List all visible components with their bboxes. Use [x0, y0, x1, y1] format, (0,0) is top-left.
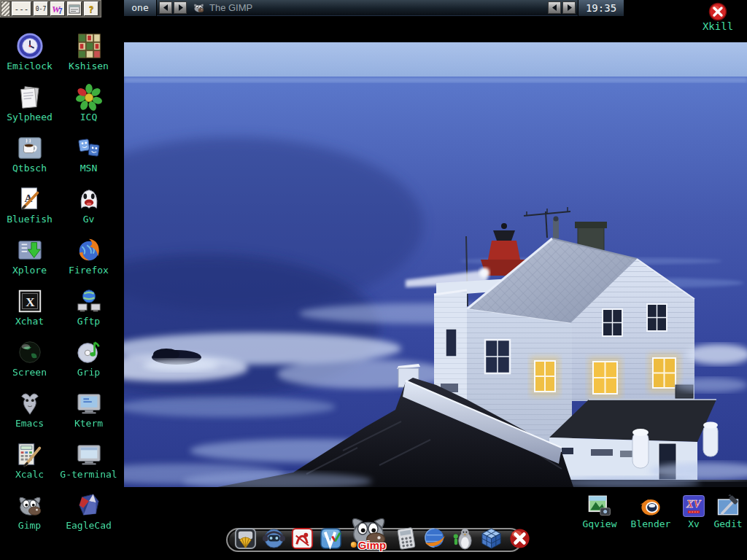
ime-pad-button[interactable]: [67, 1, 82, 16]
dock-item-shell[interactable]: [233, 526, 258, 551]
arrow-left-icon: [163, 4, 169, 11]
desktop-icon-gqview[interactable]: Gqview: [578, 493, 622, 529]
desktop-icon-msn[interactable]: MSN: [59, 134, 118, 185]
workspace-prev-button[interactable]: [159, 1, 172, 14]
svg-text:7: 7: [58, 7, 63, 15]
desktop-icon-label: ICQ: [80, 112, 97, 122]
arrow-left-icon: [551, 4, 558, 11]
desktop-icon-label: Grip: [77, 368, 100, 378]
dock-item-cube[interactable]: [479, 526, 503, 551]
desktop-icon-label: Emacs: [15, 419, 44, 429]
desktop-icon-blender[interactable]: Blender: [626, 493, 676, 529]
dock-item-pdf-reader[interactable]: [290, 526, 314, 551]
desktop-icon-label: Xv: [688, 519, 700, 529]
emiclock-icon: [16, 32, 44, 60]
desktop-icon-label: Screen: [12, 368, 47, 378]
desktop-icon-label: Xcalc: [15, 470, 44, 480]
dock-item-v-checker[interactable]: [319, 526, 343, 551]
task-prev-button[interactable]: [548, 1, 561, 14]
gimp-icon: [193, 1, 205, 14]
xcalc-icon: [16, 440, 44, 468]
qtbsch-icon: [16, 134, 44, 162]
dock-item-web-browser[interactable]: [422, 526, 446, 551]
blender-icon: [638, 493, 664, 519]
desktop-icon-emiclock[interactable]: Emiclock: [0, 32, 59, 83]
screen-icon: [16, 338, 44, 366]
ime-toolbar: ---0-7W7?: [0, 0, 101, 18]
task-next-button[interactable]: [562, 1, 576, 14]
desktop-icon-gv[interactable]: Gv: [59, 185, 118, 236]
desktop-icon-icq[interactable]: ICQ: [59, 83, 118, 134]
desktop-icon-label: Firefox: [69, 265, 109, 276]
svg-text:X: X: [26, 295, 35, 309]
desktop-icon-sylpheed[interactable]: Sylpheed: [0, 83, 59, 134]
emacs-icon: [16, 389, 44, 417]
svg-text:XV: XV: [686, 498, 702, 510]
desktop-icon-gedit[interactable]: Gedit: [709, 493, 747, 529]
taskbar-window-title: The GIMP: [209, 2, 252, 13]
desktop-icon-label: Kterm: [74, 419, 103, 429]
desktop-icon-label: EagleCad: [66, 521, 112, 531]
desktop-icon-label: MSN: [80, 163, 97, 174]
xv-icon: XV: [681, 493, 707, 519]
desktop-icon-xchat[interactable]: XXchat: [0, 287, 59, 338]
xchat-icon: X: [16, 287, 44, 315]
desktop-icon-g-terminal[interactable]: G-terminal: [59, 440, 118, 491]
gedit-icon: [715, 493, 741, 519]
desktop-icon-bluefish[interactable]: ABluefish: [0, 185, 59, 236]
dock-item-music-player[interactable]: [262, 526, 286, 551]
dock-item-quit[interactable]: [508, 526, 532, 551]
xkill-shortcut[interactable]: Xkill: [694, 2, 741, 31]
dock-item-gimp[interactable]: Gimp: [347, 510, 390, 552]
desktop-icon-eaglecad[interactable]: EagleCad: [59, 491, 118, 542]
xkill-label: Xkill: [703, 21, 733, 31]
ime-mode-button[interactable]: ---: [12, 1, 31, 16]
ime-help-button[interactable]: ?: [84, 1, 98, 16]
desktop-icon-xplore[interactable]: Xplore: [0, 236, 59, 287]
firefox-icon: [75, 236, 103, 264]
desktop-icon-label: Xchat: [15, 316, 44, 327]
desktop-icon-qtbsch[interactable]: Qtbsch: [0, 134, 59, 185]
workspace-next-button[interactable]: [174, 1, 187, 14]
dock-active-label: Gimp: [351, 539, 386, 551]
dock: Gimp: [226, 528, 522, 552]
ime-wnn7-button[interactable]: W7: [50, 1, 65, 16]
desktop-icon-label: Gqview: [583, 519, 617, 529]
desktop-icon-screen[interactable]: Screen: [0, 338, 59, 389]
kterm-icon: [75, 389, 103, 417]
xplore-icon: [16, 236, 44, 264]
wallpaper-image: [124, 42, 747, 487]
desktop-icon-xcalc[interactable]: Xcalc: [0, 440, 59, 491]
ime-charset-button[interactable]: 0-7: [34, 1, 48, 16]
desktop-icon-firefox[interactable]: Firefox: [59, 236, 118, 287]
desktop-icon-label: G-terminal: [60, 470, 117, 480]
arrow-right-icon: [177, 4, 184, 11]
workspace-indicator[interactable]: one: [124, 0, 157, 16]
desktop-icon-kterm[interactable]: Kterm: [59, 389, 118, 440]
dock-item-penguin-messenger[interactable]: [451, 526, 475, 551]
desktop-icon-label: Emiclock: [7, 61, 53, 71]
desktop-icon-gftp[interactable]: Gftp: [59, 287, 118, 338]
gv-icon: [75, 185, 103, 213]
dock-item-calculator[interactable]: [394, 526, 418, 551]
desktop-icon-label: Gv: [83, 214, 95, 225]
desktop-icon-label: Kshisen: [69, 61, 109, 71]
xkill-icon: [708, 2, 727, 21]
taskbar: one The GIMP 19:35: [124, 0, 624, 16]
desktop-icon-label: Xplore: [12, 265, 47, 276]
desktop-icon-xv[interactable]: XVXv: [677, 493, 711, 529]
desktop-icon-emacs[interactable]: Emacs: [0, 389, 59, 440]
desktop-icon-gimp[interactable]: Gimp: [0, 491, 59, 542]
gqview-icon: [587, 493, 613, 519]
desktop-icon-kshisen[interactable]: Kshisen: [59, 32, 118, 83]
gftp-icon: [75, 287, 103, 315]
arrow-right-icon: [566, 4, 573, 11]
desktop-icon-label: Blender: [631, 519, 671, 529]
taskbar-window-gimp[interactable]: The GIMP: [189, 1, 546, 14]
desktop-icon-grip[interactable]: Grip: [59, 338, 118, 389]
msn-icon: [75, 134, 103, 162]
gterminal-icon: [75, 440, 103, 468]
bluefish-icon: A: [16, 185, 44, 213]
ime-drag-handle[interactable]: [1, 1, 9, 16]
desktop-icon-label: Gftp: [77, 316, 100, 327]
